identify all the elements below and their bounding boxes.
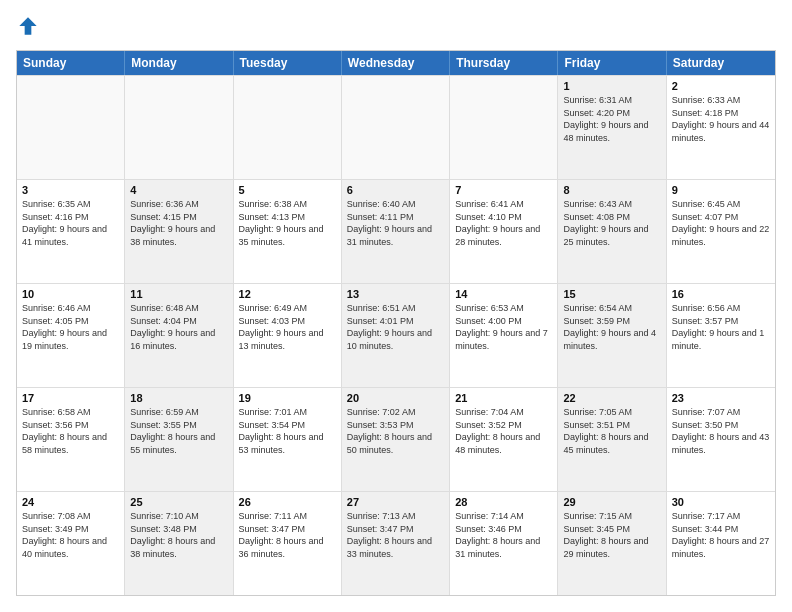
calendar-cell: [17, 76, 125, 179]
day-info: Sunrise: 7:02 AM Sunset: 3:53 PM Dayligh…: [347, 406, 444, 456]
calendar-cell: 24Sunrise: 7:08 AM Sunset: 3:49 PM Dayli…: [17, 492, 125, 595]
calendar-cell: 14Sunrise: 6:53 AM Sunset: 4:00 PM Dayli…: [450, 284, 558, 387]
day-number: 9: [672, 184, 770, 196]
calendar-cell: [450, 76, 558, 179]
calendar-body: 1Sunrise: 6:31 AM Sunset: 4:20 PM Daylig…: [17, 75, 775, 595]
day-info: Sunrise: 6:59 AM Sunset: 3:55 PM Dayligh…: [130, 406, 227, 456]
weekday-header: Wednesday: [342, 51, 450, 75]
calendar-cell: 12Sunrise: 6:49 AM Sunset: 4:03 PM Dayli…: [234, 284, 342, 387]
calendar-cell: 10Sunrise: 6:46 AM Sunset: 4:05 PM Dayli…: [17, 284, 125, 387]
day-number: 16: [672, 288, 770, 300]
calendar-cell: 20Sunrise: 7:02 AM Sunset: 3:53 PM Dayli…: [342, 388, 450, 491]
day-number: 18: [130, 392, 227, 404]
calendar-cell: 27Sunrise: 7:13 AM Sunset: 3:47 PM Dayli…: [342, 492, 450, 595]
svg-marker-0: [19, 17, 36, 34]
page: SundayMondayTuesdayWednesdayThursdayFrid…: [0, 0, 792, 612]
day-info: Sunrise: 7:01 AM Sunset: 3:54 PM Dayligh…: [239, 406, 336, 456]
day-number: 22: [563, 392, 660, 404]
day-info: Sunrise: 7:15 AM Sunset: 3:45 PM Dayligh…: [563, 510, 660, 560]
weekday-header: Monday: [125, 51, 233, 75]
day-number: 12: [239, 288, 336, 300]
calendar-cell: 19Sunrise: 7:01 AM Sunset: 3:54 PM Dayli…: [234, 388, 342, 491]
day-info: Sunrise: 7:14 AM Sunset: 3:46 PM Dayligh…: [455, 510, 552, 560]
day-number: 6: [347, 184, 444, 196]
day-number: 27: [347, 496, 444, 508]
day-info: Sunrise: 6:56 AM Sunset: 3:57 PM Dayligh…: [672, 302, 770, 352]
day-info: Sunrise: 6:43 AM Sunset: 4:08 PM Dayligh…: [563, 198, 660, 248]
day-info: Sunrise: 7:13 AM Sunset: 3:47 PM Dayligh…: [347, 510, 444, 560]
calendar-cell: 28Sunrise: 7:14 AM Sunset: 3:46 PM Dayli…: [450, 492, 558, 595]
day-number: 2: [672, 80, 770, 92]
calendar-cell: 17Sunrise: 6:58 AM Sunset: 3:56 PM Dayli…: [17, 388, 125, 491]
day-info: Sunrise: 6:49 AM Sunset: 4:03 PM Dayligh…: [239, 302, 336, 352]
day-number: 24: [22, 496, 119, 508]
calendar: SundayMondayTuesdayWednesdayThursdayFrid…: [16, 50, 776, 596]
calendar-cell: 5Sunrise: 6:38 AM Sunset: 4:13 PM Daylig…: [234, 180, 342, 283]
calendar-cell: 25Sunrise: 7:10 AM Sunset: 3:48 PM Dayli…: [125, 492, 233, 595]
day-number: 28: [455, 496, 552, 508]
day-number: 7: [455, 184, 552, 196]
day-info: Sunrise: 6:48 AM Sunset: 4:04 PM Dayligh…: [130, 302, 227, 352]
day-info: Sunrise: 7:11 AM Sunset: 3:47 PM Dayligh…: [239, 510, 336, 560]
day-number: 25: [130, 496, 227, 508]
day-info: Sunrise: 7:07 AM Sunset: 3:50 PM Dayligh…: [672, 406, 770, 456]
day-info: Sunrise: 6:31 AM Sunset: 4:20 PM Dayligh…: [563, 94, 660, 144]
calendar-row: 10Sunrise: 6:46 AM Sunset: 4:05 PM Dayli…: [17, 283, 775, 387]
calendar-cell: 21Sunrise: 7:04 AM Sunset: 3:52 PM Dayli…: [450, 388, 558, 491]
day-info: Sunrise: 7:10 AM Sunset: 3:48 PM Dayligh…: [130, 510, 227, 560]
calendar-cell: 18Sunrise: 6:59 AM Sunset: 3:55 PM Dayli…: [125, 388, 233, 491]
day-info: Sunrise: 7:04 AM Sunset: 3:52 PM Dayligh…: [455, 406, 552, 456]
weekday-header: Sunday: [17, 51, 125, 75]
calendar-cell: 26Sunrise: 7:11 AM Sunset: 3:47 PM Dayli…: [234, 492, 342, 595]
calendar-cell: [234, 76, 342, 179]
calendar-cell: 30Sunrise: 7:17 AM Sunset: 3:44 PM Dayli…: [667, 492, 775, 595]
day-number: 10: [22, 288, 119, 300]
day-number: 13: [347, 288, 444, 300]
day-number: 15: [563, 288, 660, 300]
calendar-cell: 23Sunrise: 7:07 AM Sunset: 3:50 PM Dayli…: [667, 388, 775, 491]
calendar-cell: 4Sunrise: 6:36 AM Sunset: 4:15 PM Daylig…: [125, 180, 233, 283]
calendar-header: SundayMondayTuesdayWednesdayThursdayFrid…: [17, 51, 775, 75]
calendar-cell: [125, 76, 233, 179]
logo-icon: [18, 16, 38, 36]
day-info: Sunrise: 6:35 AM Sunset: 4:16 PM Dayligh…: [22, 198, 119, 248]
day-number: 26: [239, 496, 336, 508]
day-info: Sunrise: 6:54 AM Sunset: 3:59 PM Dayligh…: [563, 302, 660, 352]
calendar-cell: 7Sunrise: 6:41 AM Sunset: 4:10 PM Daylig…: [450, 180, 558, 283]
day-number: 30: [672, 496, 770, 508]
weekday-header: Thursday: [450, 51, 558, 75]
weekday-header: Friday: [558, 51, 666, 75]
day-info: Sunrise: 7:05 AM Sunset: 3:51 PM Dayligh…: [563, 406, 660, 456]
weekday-header: Tuesday: [234, 51, 342, 75]
logo: [16, 16, 38, 40]
day-info: Sunrise: 6:41 AM Sunset: 4:10 PM Dayligh…: [455, 198, 552, 248]
calendar-cell: 6Sunrise: 6:40 AM Sunset: 4:11 PM Daylig…: [342, 180, 450, 283]
day-number: 21: [455, 392, 552, 404]
calendar-cell: 29Sunrise: 7:15 AM Sunset: 3:45 PM Dayli…: [558, 492, 666, 595]
day-number: 5: [239, 184, 336, 196]
day-number: 8: [563, 184, 660, 196]
day-number: 14: [455, 288, 552, 300]
day-number: 20: [347, 392, 444, 404]
calendar-cell: [342, 76, 450, 179]
day-info: Sunrise: 6:38 AM Sunset: 4:13 PM Dayligh…: [239, 198, 336, 248]
calendar-row: 17Sunrise: 6:58 AM Sunset: 3:56 PM Dayli…: [17, 387, 775, 491]
weekday-header: Saturday: [667, 51, 775, 75]
day-number: 1: [563, 80, 660, 92]
calendar-cell: 8Sunrise: 6:43 AM Sunset: 4:08 PM Daylig…: [558, 180, 666, 283]
calendar-row: 1Sunrise: 6:31 AM Sunset: 4:20 PM Daylig…: [17, 75, 775, 179]
day-info: Sunrise: 6:58 AM Sunset: 3:56 PM Dayligh…: [22, 406, 119, 456]
day-info: Sunrise: 6:40 AM Sunset: 4:11 PM Dayligh…: [347, 198, 444, 248]
calendar-cell: 16Sunrise: 6:56 AM Sunset: 3:57 PM Dayli…: [667, 284, 775, 387]
calendar-cell: 13Sunrise: 6:51 AM Sunset: 4:01 PM Dayli…: [342, 284, 450, 387]
calendar-row: 24Sunrise: 7:08 AM Sunset: 3:49 PM Dayli…: [17, 491, 775, 595]
day-number: 3: [22, 184, 119, 196]
day-number: 19: [239, 392, 336, 404]
calendar-cell: 15Sunrise: 6:54 AM Sunset: 3:59 PM Dayli…: [558, 284, 666, 387]
day-info: Sunrise: 6:36 AM Sunset: 4:15 PM Dayligh…: [130, 198, 227, 248]
calendar-cell: 1Sunrise: 6:31 AM Sunset: 4:20 PM Daylig…: [558, 76, 666, 179]
calendar-row: 3Sunrise: 6:35 AM Sunset: 4:16 PM Daylig…: [17, 179, 775, 283]
header: [16, 16, 776, 40]
calendar-cell: 11Sunrise: 6:48 AM Sunset: 4:04 PM Dayli…: [125, 284, 233, 387]
day-info: Sunrise: 6:53 AM Sunset: 4:00 PM Dayligh…: [455, 302, 552, 352]
